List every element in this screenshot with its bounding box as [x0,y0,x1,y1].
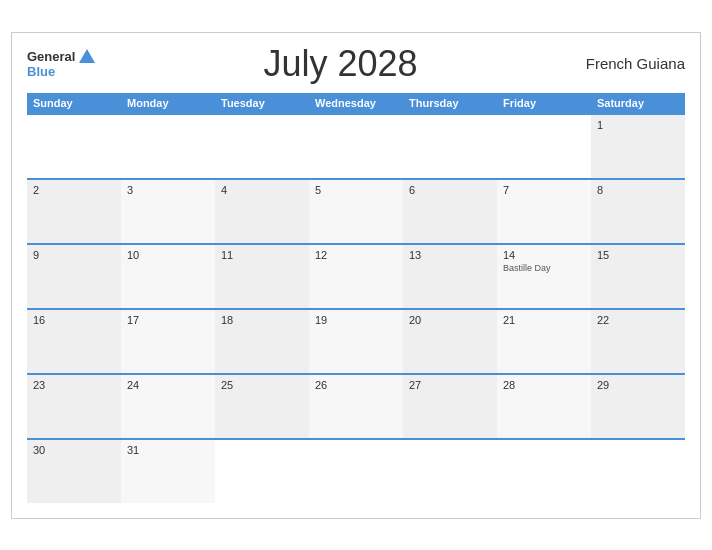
day-cell: 4 [215,180,309,243]
day-number: 8 [597,184,679,196]
day-cell: 14Bastille Day [497,245,591,308]
day-cell: 5 [309,180,403,243]
day-number: 23 [33,379,115,391]
day-cell [121,115,215,178]
day-cell: 11 [215,245,309,308]
week-row-2: 2345678 [27,178,685,243]
day-cell: 7 [497,180,591,243]
day-number: 5 [315,184,397,196]
day-cell [403,115,497,178]
calendar-container: General Blue July 2028 French Guiana Sun… [11,32,701,519]
week-row-6: 3031 [27,438,685,503]
day-number: 4 [221,184,303,196]
day-header-friday: Friday [497,93,591,113]
day-number: 14 [503,249,585,261]
day-number: 24 [127,379,209,391]
day-cell: 21 [497,310,591,373]
day-cell: 26 [309,375,403,438]
day-cell: 22 [591,310,685,373]
day-number: 7 [503,184,585,196]
day-cell: 2 [27,180,121,243]
day-cell: 16 [27,310,121,373]
day-cell [403,440,497,503]
day-cell: 10 [121,245,215,308]
day-cell: 30 [27,440,121,503]
day-cell: 20 [403,310,497,373]
day-number: 15 [597,249,679,261]
day-number: 2 [33,184,115,196]
day-header-monday: Monday [121,93,215,113]
calendar-header: General Blue July 2028 French Guiana [27,43,685,85]
day-number: 10 [127,249,209,261]
day-number: 29 [597,379,679,391]
day-number: 19 [315,314,397,326]
day-cell: 8 [591,180,685,243]
day-cell: 27 [403,375,497,438]
day-cell [309,440,403,503]
day-header-wednesday: Wednesday [309,93,403,113]
day-cell [215,440,309,503]
day-cell: 1 [591,115,685,178]
day-number: 27 [409,379,491,391]
day-cell: 24 [121,375,215,438]
day-cell [497,440,591,503]
day-number: 28 [503,379,585,391]
day-number: 31 [127,444,209,456]
week-row-1: 1 [27,113,685,178]
day-cell: 31 [121,440,215,503]
day-cell: 15 [591,245,685,308]
day-header-tuesday: Tuesday [215,93,309,113]
day-number: 9 [33,249,115,261]
logo: General Blue [27,49,95,79]
day-headers-row: SundayMondayTuesdayWednesdayThursdayFrid… [27,93,685,113]
week-row-3: 91011121314Bastille Day15 [27,243,685,308]
day-cell: 9 [27,245,121,308]
day-cell [27,115,121,178]
day-number: 6 [409,184,491,196]
day-cell [497,115,591,178]
calendar-title: July 2028 [264,43,418,85]
day-number: 25 [221,379,303,391]
day-number: 13 [409,249,491,261]
day-cell: 17 [121,310,215,373]
week-row-4: 16171819202122 [27,308,685,373]
day-number: 21 [503,314,585,326]
day-number: 20 [409,314,491,326]
logo-blue-text: Blue [27,64,55,79]
day-number: 3 [127,184,209,196]
day-cell: 6 [403,180,497,243]
week-row-5: 23242526272829 [27,373,685,438]
day-header-saturday: Saturday [591,93,685,113]
day-cell: 3 [121,180,215,243]
day-number: 1 [597,119,679,131]
day-header-thursday: Thursday [403,93,497,113]
day-number: 11 [221,249,303,261]
calendar-grid: 1234567891011121314Bastille Day151617181… [27,113,685,503]
day-cell: 28 [497,375,591,438]
day-number: 16 [33,314,115,326]
day-cell: 23 [27,375,121,438]
logo-general-text: General [27,49,75,64]
day-cell [591,440,685,503]
day-cell: 12 [309,245,403,308]
region-label: French Guiana [586,55,685,72]
day-cell: 18 [215,310,309,373]
day-number: 12 [315,249,397,261]
day-cell: 13 [403,245,497,308]
day-number: 30 [33,444,115,456]
day-cell: 19 [309,310,403,373]
day-number: 18 [221,314,303,326]
day-number: 26 [315,379,397,391]
day-event: Bastille Day [503,263,585,273]
day-cell [309,115,403,178]
day-number: 22 [597,314,679,326]
day-cell [215,115,309,178]
day-cell: 29 [591,375,685,438]
day-number: 17 [127,314,209,326]
logo-triangle-icon [79,49,95,63]
day-header-sunday: Sunday [27,93,121,113]
day-cell: 25 [215,375,309,438]
